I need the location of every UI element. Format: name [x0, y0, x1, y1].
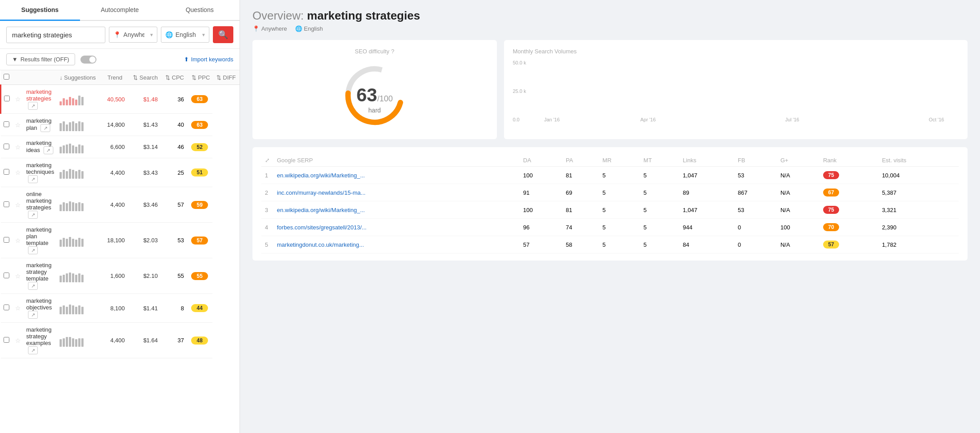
- keyword-link-button[interactable]: ↗: [40, 124, 50, 132]
- seo-help-icon[interactable]: ?: [391, 48, 394, 55]
- serp-col-links: Links: [679, 154, 734, 167]
- serp-da: 100: [520, 167, 562, 184]
- star-icon[interactable]: ☆: [15, 144, 21, 151]
- expand-icon[interactable]: ⤢: [265, 157, 270, 164]
- diff-badge: 48: [191, 337, 208, 345]
- location-select[interactable]: Anywhere: [109, 27, 157, 43]
- bar-column: [818, 120, 863, 122]
- serp-pa: 74: [562, 219, 599, 236]
- keyword-name[interactable]: marketing techniques: [26, 162, 54, 175]
- serp-url[interactable]: marketingdonut.co.uk/marketing...: [277, 241, 364, 248]
- col-ppc[interactable]: ⇅ PPC: [187, 70, 212, 85]
- serp-mr: 5: [599, 201, 640, 219]
- serp-pa: 69: [562, 184, 599, 201]
- row-checkbox[interactable]: [4, 337, 9, 343]
- row-checkbox[interactable]: [4, 237, 9, 243]
- bar-label: Jul '16: [785, 117, 799, 122]
- tab-questions[interactable]: Questions: [160, 0, 240, 21]
- filter-button[interactable]: ▼ Results filter (OFF): [6, 53, 75, 65]
- col-trend[interactable]: Trend: [102, 70, 128, 85]
- import-keywords-button[interactable]: ⬆ Import keywords: [184, 56, 233, 63]
- serp-rank-num: 3: [261, 201, 273, 219]
- keyword-name[interactable]: marketing strategy examples: [26, 326, 52, 346]
- serp-fb: 53: [734, 167, 777, 184]
- table-row: ☆ marketing ideas ↗ 6,600 $3.14 46 52: [1, 136, 240, 158]
- star-icon[interactable]: ☆: [15, 305, 21, 312]
- keyword-link-button[interactable]: ↗: [28, 246, 38, 254]
- keywords-table: ↓ Suggestions Trend ⇅ Search ⇅ CPC ⇅ PPC…: [0, 70, 240, 358]
- location-meta-icon: 📍: [252, 25, 260, 32]
- y-label-top: 50.0 k: [513, 60, 526, 65]
- overview-cards: SEO difficulty ? 63/100 hard: [252, 40, 968, 139]
- star-icon[interactable]: ☆: [15, 201, 21, 208]
- col-suggestions[interactable]: ↓ Suggestions: [57, 70, 102, 85]
- row-checkbox[interactable]: [4, 201, 9, 207]
- serp-url[interactable]: forbes.com/sites/gregsatell/2013/...: [277, 224, 367, 231]
- serp-pa: 81: [562, 201, 599, 219]
- row-checkbox[interactable]: [4, 169, 9, 175]
- keyword-link-button[interactable]: ↗: [28, 211, 38, 219]
- keyword-link-button[interactable]: ↗: [28, 346, 38, 354]
- row-checkbox[interactable]: [4, 273, 9, 278]
- star-icon[interactable]: ☆: [15, 169, 21, 176]
- star-icon[interactable]: ☆: [15, 273, 21, 280]
- keyword-link-button[interactable]: ↗: [44, 146, 53, 154]
- col-diff[interactable]: ⇅ DIFF: [212, 70, 240, 85]
- serp-mr: 5: [599, 184, 640, 201]
- keyword-link-button[interactable]: ↗: [28, 102, 38, 110]
- search-input[interactable]: [6, 27, 105, 43]
- seo-title-text: SEO difficulty: [355, 48, 389, 55]
- search-button[interactable]: 🔍: [213, 26, 233, 43]
- bar-column: [722, 120, 766, 122]
- diff-badge: 57: [191, 237, 208, 245]
- keyword-link-button[interactable]: ↗: [28, 311, 38, 319]
- tab-autocomplete[interactable]: Autocomplete: [80, 0, 160, 21]
- toggle-switch[interactable]: [80, 56, 96, 64]
- keyword-link-button[interactable]: ↗: [28, 282, 38, 290]
- bar-label: Apr '16: [640, 117, 656, 122]
- star-icon[interactable]: ☆: [15, 337, 21, 344]
- row-checkbox[interactable]: [4, 305, 9, 310]
- bar-label: Jan '16: [544, 117, 560, 122]
- serp-url[interactable]: en.wikipedia.org/wiki/Marketing_...: [277, 172, 365, 179]
- keyword-name[interactable]: marketing strategy template: [26, 262, 52, 282]
- keyword-link-button[interactable]: ↗: [28, 175, 38, 183]
- filter-toggle[interactable]: [80, 56, 96, 64]
- monthly-search-card: Monthly Search Volumes 50.0 k 25.0 k 0.0…: [504, 40, 968, 139]
- tab-suggestions[interactable]: Suggestions: [0, 0, 80, 21]
- keyword-name[interactable]: marketing objectives: [26, 297, 52, 311]
- star-icon[interactable]: ☆: [15, 121, 21, 128]
- filter-icon: ▼: [12, 56, 18, 63]
- row-checkbox[interactable]: [4, 96, 10, 101]
- star-icon[interactable]: ☆: [15, 96, 21, 103]
- row-checkbox[interactable]: [4, 121, 9, 127]
- location-wrapper: 📍 Anywhere ▼: [109, 27, 157, 43]
- table-row: ☆ marketing plan ↗ 14,800 $1.43 40 63: [1, 114, 240, 136]
- serp-visits: 1,782: [878, 236, 959, 253]
- bar-label: Oct '16: [929, 117, 944, 122]
- keyword-name[interactable]: marketing strategies: [26, 88, 52, 102]
- seo-gauge: 63/100 hard: [339, 60, 410, 131]
- diff-badge: 63: [191, 121, 208, 129]
- star-icon[interactable]: ☆: [15, 237, 21, 244]
- col-search[interactable]: ⇅ Search: [128, 70, 160, 85]
- meta-language-label: English: [304, 25, 323, 32]
- row-checkbox[interactable]: [4, 144, 9, 149]
- table-row: ☆ marketing objectives ↗ 8,100 $1.41 8 4…: [1, 294, 240, 323]
- serp-rank-num: 1: [261, 167, 273, 184]
- keyword-name[interactable]: marketing plan template: [26, 226, 52, 246]
- serp-mr: 5: [599, 167, 640, 184]
- serp-diff-badge: 57: [823, 241, 839, 249]
- col-cpc[interactable]: ⇅ CPC: [160, 70, 187, 85]
- import-icon: ⬆: [184, 56, 189, 63]
- serp-url[interactable]: inc.com/murray-newlands/15-ma...: [277, 189, 365, 196]
- bar-column: Oct '16: [914, 115, 959, 122]
- language-select[interactable]: English: [161, 27, 209, 43]
- serp-table: ⤢ Google SERP DA PA MR MT Links FB G+ Ra…: [261, 154, 959, 253]
- keyword-name[interactable]: online marketing strategies: [26, 191, 52, 211]
- serp-url[interactable]: en.wikipedia.org/wiki/Marketing_...: [277, 207, 365, 213]
- serp-rank-num: 5: [261, 236, 273, 253]
- serp-fb: 0: [734, 236, 777, 253]
- gauge-score: 63: [356, 84, 377, 105]
- select-all-checkbox[interactable]: [4, 74, 9, 80]
